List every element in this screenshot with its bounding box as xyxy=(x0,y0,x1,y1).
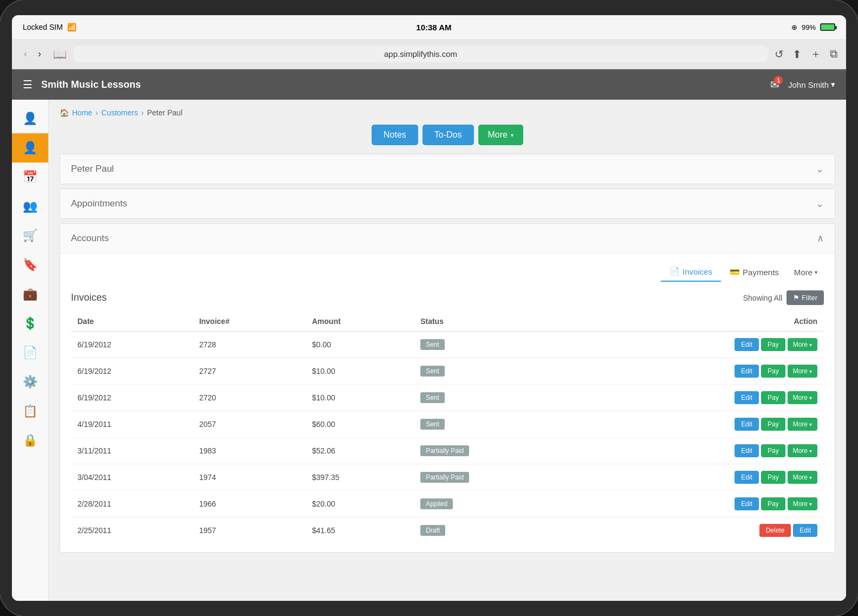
filter-label: Filter xyxy=(802,294,817,302)
accounts-accordion: Accounts ∧ 📄 Invoices 💳 xyxy=(60,223,835,553)
pay-button[interactable]: Pay xyxy=(761,471,785,484)
edit-button[interactable]: Edit xyxy=(734,471,759,484)
delete-button[interactable]: Delete xyxy=(759,524,791,537)
chevron-up-icon: ∧ xyxy=(817,232,824,244)
payments-icon: 💳 xyxy=(730,267,740,277)
chevron-down-icon: ▾ xyxy=(831,80,835,89)
notification-bell[interactable]: ✉ 1 xyxy=(770,78,779,91)
cell-action: Edit Pay More ▾ xyxy=(575,332,824,358)
forward-button[interactable]: › xyxy=(35,46,44,62)
sidebar-item-cart[interactable]: 🛒 xyxy=(12,221,48,250)
table-row: 6/19/2012 2728 $0.00 Sent Edit Pay More … xyxy=(71,332,824,358)
cell-invoice: 2727 xyxy=(193,358,306,385)
share-button[interactable]: ⬆ xyxy=(792,47,802,61)
cell-amount: $41.65 xyxy=(306,517,414,544)
row-more-button[interactable]: More ▾ xyxy=(788,391,817,404)
new-tab-button[interactable]: ＋ xyxy=(810,47,821,61)
row-more-button[interactable]: More ▾ xyxy=(788,365,817,378)
cell-action: Edit Pay More ▾ xyxy=(575,464,824,491)
bookmarks-icon[interactable]: 📖 xyxy=(53,48,67,61)
tab-more-label: More xyxy=(794,268,812,277)
row-more-button[interactable]: More ▾ xyxy=(788,418,817,431)
tab-invoices[interactable]: 📄 Invoices xyxy=(661,262,721,282)
cell-status: Partially Paid xyxy=(414,464,575,491)
url-input[interactable] xyxy=(73,46,768,62)
col-status: Status xyxy=(414,312,575,332)
appointments-accordion-header[interactable]: Appointments ⌄ xyxy=(60,189,835,218)
wifi-icon: 📶 xyxy=(67,23,76,31)
more-caret-icon: ▾ xyxy=(809,475,812,481)
back-button[interactable]: ‹ xyxy=(21,46,30,62)
cell-date: 2/28/2011 xyxy=(71,491,193,517)
cell-amount: $52.06 xyxy=(306,438,414,464)
chevron-down-icon: ⌄ xyxy=(816,198,824,210)
bookmarks-icon: 🔖 xyxy=(23,258,37,272)
cell-amount: $397.35 xyxy=(306,464,414,491)
cell-action: Edit Pay More ▾ xyxy=(575,411,824,438)
pay-button[interactable]: Pay xyxy=(761,418,785,431)
reload-button[interactable]: ↺ xyxy=(775,47,784,61)
battery-text: 99% xyxy=(802,23,816,31)
edit-button[interactable]: Edit xyxy=(734,444,759,457)
tab-more[interactable]: More ▾ xyxy=(788,263,824,281)
edit-button[interactable]: Edit xyxy=(734,391,759,404)
sidebar-item-dashboard[interactable]: 👤 xyxy=(12,104,48,133)
top-nav: ☰ Smith Music Lessons ✉ 1 John Smith ▾ xyxy=(12,69,846,100)
hamburger-menu[interactable]: ☰ xyxy=(23,78,32,91)
sidebar-item-reports[interactable]: 📋 xyxy=(12,397,48,426)
edit-button[interactable]: Edit xyxy=(734,338,759,351)
tab-more-caret-icon: ▾ xyxy=(815,269,817,275)
pay-button[interactable]: Pay xyxy=(761,497,785,510)
cell-invoice: 1957 xyxy=(193,517,306,544)
breadcrumb-customers[interactable]: Customers xyxy=(101,108,138,117)
customer-accordion-header[interactable]: Peter Paul ⌄ xyxy=(60,154,835,184)
accounts-content: 📄 Invoices 💳 Payments More ▾ xyxy=(60,253,835,552)
sidebar-item-customers[interactable]: 👤 xyxy=(12,133,48,163)
dashboard-icon: 👤 xyxy=(23,112,37,126)
row-more-button[interactable]: More ▾ xyxy=(788,338,817,351)
sidebar-item-groups[interactable]: 👥 xyxy=(12,192,48,221)
sidebar-item-bookmarks[interactable]: 🔖 xyxy=(12,250,48,280)
edit-button[interactable]: Edit xyxy=(734,418,759,431)
edit-button[interactable]: Edit xyxy=(793,524,817,537)
notes-button[interactable]: Notes xyxy=(372,125,418,145)
invoices-header: Invoices Showing All ⚑ Filter xyxy=(71,290,824,305)
sidebar-item-settings[interactable]: ⚙️ xyxy=(12,367,48,397)
pay-button[interactable]: Pay xyxy=(761,365,785,378)
edit-button[interactable]: Edit xyxy=(734,365,759,378)
edit-button[interactable]: Edit xyxy=(734,497,759,510)
pay-button[interactable]: Pay xyxy=(761,338,785,351)
user-menu[interactable]: John Smith ▾ xyxy=(788,80,835,89)
filter-icon: ⚑ xyxy=(793,294,800,302)
more-caret-icon: ▾ xyxy=(809,395,812,401)
sidebar-item-briefcase[interactable]: 💼 xyxy=(12,280,48,309)
table-row: 2/25/2011 1957 $41.65 Draft Delete Edit xyxy=(71,517,824,544)
col-date: Date xyxy=(71,312,193,332)
cell-date: 3/11/2011 xyxy=(71,438,193,464)
row-more-button[interactable]: More ▾ xyxy=(788,471,817,484)
cell-action: Edit Pay More ▾ xyxy=(575,491,824,517)
sidebar-item-calendar[interactable]: 📅 xyxy=(12,163,48,192)
sidebar-item-lock[interactable]: 🔒 xyxy=(12,426,48,455)
cart-icon: 🛒 xyxy=(23,229,37,243)
row-more-button[interactable]: More ▾ xyxy=(788,444,817,457)
pay-button[interactable]: Pay xyxy=(761,444,785,457)
breadcrumb-home[interactable]: Home xyxy=(72,108,92,117)
settings-icon: ⚙️ xyxy=(23,375,37,389)
todos-button[interactable]: To-Dos xyxy=(422,125,474,145)
more-button[interactable]: More ▾ xyxy=(478,125,523,145)
tab-payments[interactable]: 💳 Payments xyxy=(721,263,788,281)
tabs-button[interactable]: ⧉ xyxy=(830,47,837,61)
cell-invoice: 2720 xyxy=(193,385,306,411)
time-display: 10:38 AM xyxy=(416,23,451,32)
sidebar-item-finance[interactable]: 💲 xyxy=(12,309,48,338)
col-invoice: Invoice# xyxy=(193,312,306,332)
cell-status: Applied xyxy=(414,491,575,517)
accounts-accordion-header[interactable]: Accounts ∧ xyxy=(60,224,835,253)
filter-button[interactable]: ⚑ Filter xyxy=(786,290,824,305)
row-more-button[interactable]: More ▾ xyxy=(788,497,817,510)
sidebar-item-documents[interactable]: 📄 xyxy=(12,338,48,367)
cell-invoice: 1966 xyxy=(193,491,306,517)
status-badge: Applied xyxy=(420,498,453,509)
pay-button[interactable]: Pay xyxy=(761,391,785,404)
